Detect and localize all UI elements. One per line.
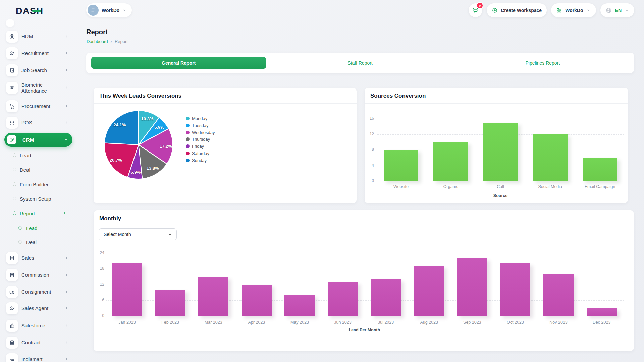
bar-email-campaign[interactable] <box>583 158 617 181</box>
legend-item-tuesday[interactable]: Tuesday <box>186 123 208 128</box>
y-tick-label: 12 <box>365 132 374 136</box>
bar-jan-2023[interactable] <box>112 263 142 316</box>
hrm-icon <box>6 31 18 43</box>
x-tick-label: Jul 2023 <box>378 320 394 325</box>
truck-icon <box>6 286 18 298</box>
sidebar-item-indiamart[interactable]: Indiamart <box>0 351 74 362</box>
pie-value-label: 20.7% <box>110 158 122 163</box>
sidebar-item-label: Lead <box>20 153 31 158</box>
breadcrumb-dashboard-link[interactable]: Dashboard <box>87 39 108 44</box>
tab-pipelines-report[interactable]: Pipelines Report <box>451 53 634 73</box>
x-tick-label: Social Media <box>538 184 562 189</box>
person-plus-icon <box>6 47 18 59</box>
sidebar-item-procurement[interactable]: Procurement <box>0 98 74 114</box>
sidebar-item-report[interactable]: Report <box>0 206 74 220</box>
bar-dec-2023[interactable] <box>587 308 617 316</box>
bar-aug-2023[interactable] <box>414 266 444 316</box>
legend-label: Monday <box>192 116 207 121</box>
chevron-right-icon <box>64 34 69 39</box>
workspace-name: WorkDo <box>102 8 119 13</box>
workspace-switcher[interactable]: WorkDo <box>86 3 132 17</box>
y-tick-label: 16 <box>365 116 374 121</box>
y-axis-line <box>377 119 377 181</box>
create-workspace-button[interactable]: Create Workspace <box>487 3 547 17</box>
legend-item-wednesday[interactable]: Wednesday <box>186 130 215 135</box>
legend-item-monday[interactable]: Monday <box>186 116 207 121</box>
grid-dots-icon <box>6 117 18 129</box>
x-tick-label: Aug 2023 <box>420 320 438 325</box>
sidebar-item-crm[interactable]: CRM <box>4 133 72 147</box>
bar-nov-2023[interactable] <box>543 274 574 316</box>
chevron-right-icon <box>64 306 69 311</box>
sidebar-report-item-lead[interactable]: Lead <box>0 221 74 235</box>
legend-item-friday[interactable]: Friday <box>186 144 204 149</box>
sidebar-item-system-setup[interactable]: System Setup <box>0 192 74 205</box>
x-tick-label: Feb 2023 <box>161 320 179 325</box>
file-icon <box>6 252 18 264</box>
bar-sep-2023[interactable] <box>457 258 487 316</box>
bar-call[interactable] <box>483 123 518 181</box>
legend-item-saturday[interactable]: Saturday <box>186 151 209 156</box>
bar-social-media[interactable] <box>533 134 568 181</box>
tab-active-pill[interactable]: General Report <box>91 57 266 69</box>
bar-apr-2023[interactable] <box>241 285 272 316</box>
workspace-avatar <box>88 5 99 16</box>
bar-jun-2023[interactable] <box>328 282 358 316</box>
legend-dot <box>186 117 190 120</box>
sidebar-item-sales-agent[interactable]: Sales Agent <box>0 300 74 316</box>
pie-value-label: 13.8% <box>147 166 159 171</box>
sidebar-item-biometric-attendance[interactable]: Biometric Attendance <box>0 78 74 97</box>
workspace-menu-button[interactable]: WorkDo <box>551 3 596 17</box>
legend-dot <box>186 159 190 162</box>
x-tick-label: Jun 2023 <box>334 320 351 325</box>
page: DASH HRMRecruitmentJob SearchBiometric A… <box>0 0 644 362</box>
sidebar-item-label: Biometric Attendance <box>21 82 62 94</box>
sidebar-item-label: Recruitment <box>21 50 62 56</box>
sidebar-item-consignment[interactable]: Consignment <box>0 284 74 300</box>
bar-jul-2023[interactable] <box>371 279 401 316</box>
person-check-icon <box>6 302 18 314</box>
building-icon <box>90 7 96 13</box>
x-tick-label: Jan 2023 <box>118 320 136 325</box>
bullet-circle-icon <box>13 182 16 186</box>
tab-label: Staff Report <box>347 60 372 66</box>
tab-general-report[interactable]: General Report <box>86 53 269 73</box>
language-selector[interactable]: EN <box>600 3 634 17</box>
select-month-dropdown[interactable]: Select Month <box>99 228 177 240</box>
bar-may-2023[interactable] <box>284 295 315 316</box>
gridline <box>377 119 624 119</box>
legend-dot <box>186 144 190 148</box>
sidebar-item-sales[interactable]: Sales <box>0 250 74 266</box>
sidebar-item-hrm[interactable]: HRM <box>0 28 74 45</box>
sidebar-item-deal[interactable]: Deal <box>0 163 74 176</box>
bar-feb-2023[interactable] <box>155 290 185 316</box>
tab-staff-report[interactable]: Staff Report <box>269 53 451 73</box>
sidebar-item-lead[interactable]: Lead <box>0 148 74 162</box>
pie-value-label: 6.9% <box>130 170 141 175</box>
messages-button[interactable]: 0 <box>469 3 482 17</box>
bar-organic[interactable] <box>433 142 468 181</box>
legend-label: Friday <box>192 144 204 149</box>
sidebar-item-recruitment[interactable]: Recruitment <box>0 45 74 61</box>
fingerprint-icon <box>6 82 18 94</box>
sidebar-item-pos[interactable]: POS <box>0 115 74 131</box>
dash-logo[interactable]: DASH <box>16 6 44 16</box>
sidebar-item-commission[interactable]: Commission <box>0 267 74 283</box>
chevron-right-icon <box>64 340 69 345</box>
bar-oct-2023[interactable] <box>500 263 530 316</box>
bar-mar-2023[interactable] <box>198 277 228 316</box>
tab-label: Pipelines Report <box>525 60 560 66</box>
sidebar-item-label: Lead <box>26 225 37 231</box>
legend-item-sunday[interactable]: Sunday <box>186 158 207 163</box>
pie-slice-sunday[interactable] <box>104 111 139 145</box>
x-tick-label: Apr 2023 <box>248 320 265 325</box>
gridline <box>106 253 624 253</box>
sidebar-item-salesforce[interactable]: Salesforce <box>0 318 74 334</box>
sidebar-report-item-deal[interactable]: Deal <box>0 235 74 249</box>
legend-item-thursday[interactable]: Thursday <box>186 137 210 142</box>
sidebar-item-form-builder[interactable]: Form Builder <box>0 178 74 191</box>
sidebar-item-contract[interactable]: Contract <box>0 335 74 351</box>
y-tick-label: 18 <box>94 266 104 271</box>
sidebar-item-job-search[interactable]: Job Search <box>0 62 74 78</box>
bar-website[interactable] <box>384 150 418 181</box>
